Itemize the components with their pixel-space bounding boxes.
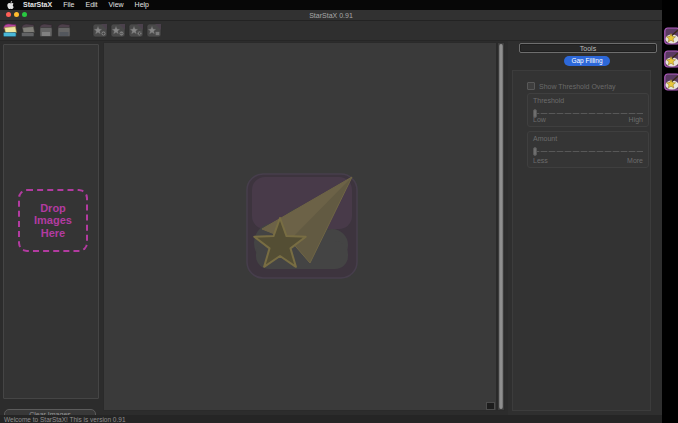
desktop-right-strip — [662, 0, 678, 423]
svg-text:–: – — [120, 30, 123, 36]
starstax-window: StarStaX 0.91 — [0, 10, 662, 423]
scroll-corner — [486, 402, 495, 410]
processing-icon-3[interactable]: x — [128, 23, 144, 38]
show-threshold-overlay-row[interactable]: Show Threshold Overlay — [527, 82, 616, 90]
image-list-panel[interactable]: Drop Images Here — [3, 44, 99, 399]
open-images-icon[interactable] — [2, 23, 18, 38]
starstax-logo — [246, 173, 358, 283]
starstax-file-icon[interactable] — [664, 27, 678, 46]
menu-item-starstax[interactable]: StarStaX — [23, 0, 52, 10]
vertical-scrollbar[interactable] — [497, 42, 505, 411]
threshold-low-label: Low — [533, 116, 546, 123]
threshold-high-label: High — [629, 116, 643, 123]
tab-gap-filling[interactable]: Gap Filling — [564, 56, 610, 66]
status-bar: Welcome to StarStaX! This is version 0.9… — [0, 415, 662, 423]
tools-header[interactable]: Tools — [519, 43, 657, 53]
amount-slider-handle[interactable] — [533, 147, 537, 156]
apple-menu-icon[interactable] — [7, 1, 14, 9]
amount-slider-track — [533, 151, 643, 152]
amount-group: Amount Less More — [527, 131, 649, 168]
starstax-file-icon[interactable] — [664, 50, 678, 69]
starstax-file-icon[interactable] — [664, 73, 678, 92]
menu-item-file[interactable]: File — [63, 0, 74, 10]
show-threshold-overlay-label: Show Threshold Overlay — [539, 83, 616, 90]
show-threshold-overlay-checkbox[interactable] — [527, 82, 535, 90]
threshold-slider[interactable] — [533, 109, 643, 118]
processing-icon-1[interactable]: + — [92, 23, 108, 38]
title-bar[interactable]: StarStaX 0.91 — [0, 10, 662, 21]
toolbar: + – x — [0, 21, 662, 41]
menu-bar: StarStaX File Edit View Help — [0, 0, 678, 10]
amount-less-label: Less — [533, 157, 548, 164]
status-message: Welcome to StarStaX! This is version 0.9… — [4, 416, 126, 423]
window-title: StarStaX 0.91 — [0, 10, 662, 21]
svg-text:+: + — [102, 30, 105, 36]
processing-icon-4[interactable] — [146, 23, 162, 38]
threshold-slider-track — [533, 113, 643, 114]
tools-panel: Tools Gap Filling Show Threshold Overlay… — [508, 41, 662, 415]
drop-zone-line: Drop — [40, 202, 66, 215]
drop-zone-line: Here — [41, 227, 65, 240]
preview-canvas[interactable] — [103, 42, 497, 411]
menu-item-view[interactable]: View — [109, 0, 124, 10]
window-content: Drop Images Here Clear Images — [0, 41, 662, 415]
amount-more-label: More — [627, 157, 643, 164]
drop-images-zone[interactable]: Drop Images Here — [18, 189, 88, 252]
scrollbar-thumb[interactable] — [499, 44, 503, 409]
save-as-icon[interactable] — [56, 23, 72, 38]
drop-zone-line: Images — [34, 214, 72, 227]
amount-slider[interactable] — [533, 147, 643, 156]
open-folder-icon[interactable] — [20, 23, 36, 38]
threshold-label: Threshold — [533, 97, 564, 104]
threshold-group: Threshold Low High — [527, 93, 649, 127]
save-icon[interactable] — [38, 23, 54, 38]
gap-filling-settings: Show Threshold Overlay Threshold Low Hig… — [512, 70, 651, 411]
processing-icon-2[interactable]: – — [110, 23, 126, 38]
menu-item-edit[interactable]: Edit — [85, 0, 97, 10]
menu-item-help[interactable]: Help — [135, 0, 149, 10]
amount-label: Amount — [533, 135, 557, 142]
